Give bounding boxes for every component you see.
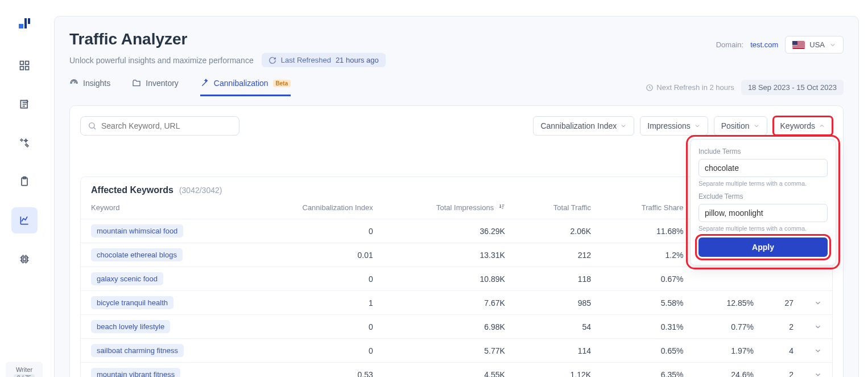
search-input[interactable] <box>101 121 232 130</box>
tab-insights[interactable]: Insights <box>69 79 110 96</box>
refresh-value: 21 hours ago <box>336 56 379 64</box>
cell-cindex: 0.01 <box>249 243 383 267</box>
credits-writer-count: 0 / 75 <box>14 374 35 377</box>
svg-rect-0 <box>19 24 23 28</box>
cell-impressions: 7.67K <box>383 291 515 315</box>
cell-share: 5.58% <box>601 291 693 315</box>
svg-rect-3 <box>20 62 23 65</box>
exclude-hint: Separate multiple terms with a comma. <box>698 225 828 232</box>
page-title: Traffic Analyzer <box>69 30 386 48</box>
include-terms-input[interactable] <box>698 159 828 177</box>
cell-traffic: 985 <box>515 291 601 315</box>
sort-desc-icon <box>498 203 505 212</box>
app-logo <box>18 17 31 31</box>
svg-rect-5 <box>20 67 23 70</box>
country-selector[interactable]: USA <box>785 36 844 54</box>
apply-button[interactable]: Apply <box>698 237 828 257</box>
expand-row <box>804 267 832 291</box>
cell-extra1: 1.97% <box>693 339 764 363</box>
cell-share: 6.35% <box>601 363 693 378</box>
cell-impressions: 13.31K <box>383 243 515 267</box>
tab-cannibalization-label: Cannibalization <box>214 79 268 88</box>
col-share[interactable]: Traffic Share <box>601 199 693 219</box>
cell-extra1: 24.6% <box>693 363 764 378</box>
include-terms-label: Include Terms <box>698 147 828 155</box>
chevron-down-icon <box>753 122 760 129</box>
exclude-terms-input[interactable] <box>698 204 828 222</box>
magic-icon <box>200 79 209 88</box>
nav-writer[interactable] <box>11 91 38 117</box>
clock-icon <box>646 84 654 92</box>
svg-rect-4 <box>25 62 28 65</box>
filter-cannibalization-index[interactable]: Cannibalization Index <box>533 116 634 136</box>
page-subtitle: Unlock powerful insights and maximize pe… <box>69 56 254 65</box>
chevron-down-icon <box>620 122 627 129</box>
beta-badge: Beta <box>273 80 291 87</box>
filter-impressions[interactable]: Impressions <box>640 116 708 136</box>
tab-insights-label: Insights <box>83 79 110 88</box>
country-label: USA <box>809 40 825 49</box>
keyword-chip[interactable]: mountain vibrant fitness <box>91 368 180 377</box>
table-row: galaxy scenic food010.89K1180.67% <box>81 267 832 291</box>
svg-rect-1 <box>24 18 27 28</box>
cell-share: 11.68% <box>601 219 693 243</box>
chevron-down-icon <box>694 122 701 129</box>
table-title: Affected Keywords <box>91 185 173 195</box>
refresh-icon <box>268 56 276 64</box>
tab-inventory[interactable]: Inventory <box>132 79 179 96</box>
date-range-picker[interactable]: 18 Sep 2023 - 15 Oct 2023 <box>741 80 844 95</box>
keyword-chip[interactable]: bicycle tranquil health <box>91 296 173 309</box>
table-row: mountain vibrant fitness0.534.55K1.12K6.… <box>81 363 832 378</box>
nav-optimize[interactable] <box>11 130 38 156</box>
exclude-terms-label: Exclude Terms <box>698 192 828 200</box>
cell-impressions: 36.29K <box>383 219 515 243</box>
domain-value: test.com <box>750 40 778 49</box>
nav-processor[interactable] <box>11 246 38 272</box>
cell-traffic: 212 <box>515 243 601 267</box>
keyword-chip[interactable]: galaxy scenic food <box>91 272 163 285</box>
main-content: Traffic Analyzer Unlock powerful insight… <box>48 0 868 377</box>
tab-cannibalization[interactable]: Cannibalization Beta <box>200 79 291 96</box>
cell-extra1: 12.85% <box>693 291 764 315</box>
cell-impressions: 4.55K <box>383 363 515 378</box>
svg-point-12 <box>89 123 94 128</box>
keyword-chip[interactable]: beach lovely lifestyle <box>91 320 170 333</box>
nav-dashboard[interactable] <box>11 52 38 79</box>
keyword-chip[interactable]: sailboat charming fitness <box>91 344 184 357</box>
keywords-filter-popover: Include Terms Separate multiple terms wi… <box>690 139 836 265</box>
nav-clipboard[interactable] <box>11 169 38 195</box>
cell-impressions: 10.89K <box>383 267 515 291</box>
cell-traffic: 114 <box>515 339 601 363</box>
flag-us-icon <box>792 41 805 49</box>
cell-share: 0.67% <box>601 267 693 291</box>
expand-row[interactable] <box>804 363 832 378</box>
col-keyword[interactable]: Keyword <box>81 199 249 219</box>
keyword-chip[interactable]: mountain whimsical food <box>91 224 183 237</box>
cell-cindex: 0 <box>249 339 383 363</box>
expand-row[interactable] <box>804 291 832 315</box>
cell-cindex: 1 <box>249 291 383 315</box>
col-traffic[interactable]: Total Traffic <box>515 199 601 219</box>
expand-row[interactable] <box>804 315 832 339</box>
table-row: sailboat charming fitness05.77K1140.65%1… <box>81 339 832 363</box>
cell-cindex: 0.53 <box>249 363 383 378</box>
svg-rect-6 <box>25 67 28 70</box>
col-impressions[interactable]: Total Impressions <box>383 199 515 219</box>
cell-extra1 <box>693 267 764 291</box>
cell-impressions: 6.98K <box>383 315 515 339</box>
keyword-chip[interactable]: chocolate ethereal blogs <box>91 248 183 261</box>
svg-rect-2 <box>28 18 30 24</box>
cell-impressions: 5.77K <box>383 339 515 363</box>
cell-cindex: 0 <box>249 315 383 339</box>
filter-position[interactable]: Position <box>714 116 767 136</box>
next-refresh-label: Next Refresh in 2 hours <box>646 83 734 92</box>
last-refreshed-badge: Last Refreshed 21 hours ago <box>262 53 386 67</box>
filter-keywords[interactable]: Keywords <box>773 116 833 136</box>
tab-inventory-label: Inventory <box>146 79 179 88</box>
search-input-wrapper[interactable] <box>80 116 239 136</box>
table-row: bicycle tranquil health17.67K9855.58%12.… <box>81 291 832 315</box>
expand-row[interactable] <box>804 339 832 363</box>
cell-share: 0.65% <box>601 339 693 363</box>
col-cindex[interactable]: Cannibalization Index <box>249 199 383 219</box>
nav-traffic-analyzer[interactable] <box>11 207 38 233</box>
